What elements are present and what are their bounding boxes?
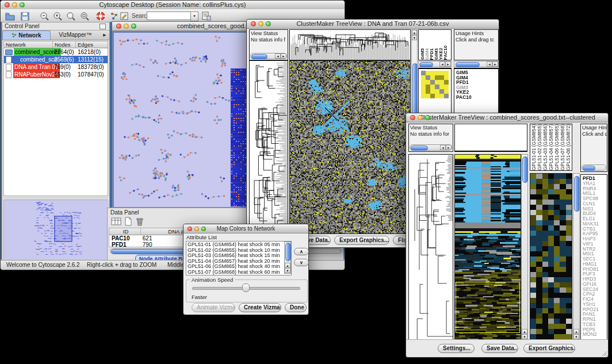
network-row[interactable]: combined_sco 2569(6) 13112(15) <box>4 56 108 63</box>
attribute-icon[interactable] <box>201 11 212 21</box>
matrix-cell[interactable] <box>435 89 439 94</box>
scroll-up-arrow[interactable]: ▲ <box>573 329 579 334</box>
scroll-right-arrow[interactable]: ► <box>445 62 451 67</box>
matrix-cell[interactable] <box>426 89 430 94</box>
main-titlebar[interactable]: Cytoscape Desktop (Session Name: collins… <box>1 1 345 10</box>
close-button[interactable] <box>5 2 10 7</box>
matrix-cell[interactable] <box>421 85 426 89</box>
scroll-thumb[interactable] <box>522 156 528 183</box>
zoom-in-icon[interactable] <box>52 11 63 21</box>
zoom-button[interactable] <box>131 24 136 29</box>
matrix-cell[interactable] <box>421 89 426 94</box>
matrix-cell[interactable] <box>430 89 435 94</box>
tv1-zoom-matrix[interactable] <box>421 71 449 98</box>
open-session-icon[interactable] <box>5 11 16 21</box>
resize-grip[interactable] <box>601 350 607 356</box>
scroll-down-arrow[interactable]: ▼ <box>522 334 527 339</box>
tv1-heatmap[interactable] <box>289 60 411 234</box>
matrix-cell[interactable] <box>430 94 435 98</box>
matrix-cell[interactable] <box>444 80 449 85</box>
scroll-right-arrow[interactable]: ► <box>446 145 452 150</box>
matrix-cell[interactable] <box>426 80 430 85</box>
matrix-cell[interactable] <box>430 85 435 89</box>
search-dropdown-arrow[interactable]: ▼ <box>190 12 198 21</box>
scroll-right-arrow[interactable]: ► <box>492 62 498 67</box>
annotation-icon[interactable] <box>120 11 129 21</box>
tv2-zoom-vscroll[interactable]: ▲ ▼ <box>573 173 580 340</box>
tv2-zoom-heatmap[interactable] <box>530 173 572 340</box>
matrix-cell[interactable] <box>439 80 444 85</box>
treeview2-titlebar[interactable]: ClusterMaker TreeView : combined_scores_… <box>406 113 608 122</box>
scroll-up-arrow[interactable]: ▲ <box>285 263 290 268</box>
network-row[interactable]: DNA and Tran 07 769(0) 183728(0) <box>4 63 108 71</box>
minimize-button[interactable] <box>258 21 263 26</box>
matrix-cell[interactable] <box>439 75 444 80</box>
scroll-left-arrow[interactable]: ◄ <box>440 145 446 150</box>
speed-slider-thumb[interactable] <box>242 283 250 292</box>
tv1-matrix-hscroll[interactable]: ◄ ► <box>418 61 452 67</box>
minimize-button[interactable] <box>194 227 199 231</box>
minimize-button[interactable] <box>418 115 423 120</box>
network-row[interactable]: RNAPuberNov2+ 563(0) 107847(0) <box>4 71 108 78</box>
matrix-cell[interactable] <box>444 94 449 98</box>
dialog-action-button[interactable]: Create Vizmap <box>239 303 281 312</box>
zoom-out-icon[interactable] <box>39 11 50 21</box>
help-ring-icon[interactable] <box>95 11 106 21</box>
move-down-button[interactable]: ∨ <box>294 259 309 266</box>
treeview1-titlebar[interactable]: ClusterMaker TreeView : DNA and Tran 07-… <box>247 20 499 29</box>
matrix-cell[interactable] <box>444 75 449 80</box>
scroll-thumb[interactable] <box>419 62 433 67</box>
matrix-cell[interactable] <box>435 71 439 75</box>
matrix-cell[interactable] <box>421 75 426 80</box>
new-attribute-icon[interactable] <box>124 217 133 226</box>
matrix-cell[interactable] <box>430 80 435 85</box>
tab-vizmapper[interactable]: VizMapper™ <box>51 30 100 40</box>
tv2-heatmap[interactable] <box>454 154 521 340</box>
close-button[interactable] <box>116 24 121 29</box>
gene-label[interactable]: MON2 <box>583 332 607 337</box>
scroll-left-arrow[interactable]: ◄ <box>439 62 445 67</box>
matrix-cell[interactable] <box>435 75 439 80</box>
scroll-thumb[interactable] <box>412 63 418 116</box>
matrix-cell[interactable] <box>435 80 439 85</box>
matrix-cell[interactable] <box>421 94 426 98</box>
tab-overflow-arrow[interactable]: ▶ <box>100 30 109 40</box>
scroll-up-arrow[interactable]: ▲ <box>522 329 527 334</box>
dialog-action-button[interactable]: Animate Vizmap <box>192 303 235 312</box>
scroll-down-arrow[interactable]: ▼ <box>285 268 290 273</box>
matrix-cell[interactable] <box>439 94 444 98</box>
matrix-cell[interactable] <box>430 71 435 75</box>
panel-splitter[interactable] <box>3 197 108 199</box>
scroll-thumb[interactable] <box>251 54 267 59</box>
close-button[interactable] <box>251 21 256 26</box>
matrix-cell[interactable] <box>439 89 444 94</box>
tv1-status-hscroll[interactable]: ◄ ► <box>250 53 287 59</box>
attribute-select-icon[interactable] <box>111 217 121 226</box>
matrix-cell[interactable] <box>439 85 444 89</box>
scroll-left-arrow[interactable]: ◄ <box>487 62 492 67</box>
treeview-action-button[interactable]: Settings... <box>438 344 475 353</box>
scroll-left-arrow[interactable]: ◄ <box>275 53 281 59</box>
tv2-vscroll[interactable]: ▲ ▼ <box>521 154 528 340</box>
matrix-cell[interactable] <box>421 71 426 75</box>
tv1-usage-hscroll[interactable]: ◄ ► <box>454 61 499 67</box>
move-up-button[interactable]: ∧ <box>294 248 309 255</box>
matrix-cell[interactable] <box>444 89 449 94</box>
matrix-cell[interactable] <box>426 71 430 75</box>
matrix-cell[interactable] <box>426 94 430 98</box>
zoom-button[interactable] <box>425 115 430 120</box>
tv1-left-dendrogram[interactable] <box>249 60 288 234</box>
zoom-actual-icon[interactable] <box>66 11 76 21</box>
tv2-left-dendrogram[interactable] <box>408 154 453 340</box>
network-row[interactable]: combined_scores 2764(0) 16218(0) <box>4 48 108 56</box>
scroll-down-arrow[interactable]: ▼ <box>412 35 417 40</box>
scroll-down-arrow[interactable]: ▼ <box>573 334 579 339</box>
tv2-usage-hscroll[interactable] <box>582 164 606 171</box>
scroll-thumb[interactable] <box>456 62 480 67</box>
minimize-button[interactable] <box>124 24 129 29</box>
zoom-selected-icon[interactable] <box>79 11 90 21</box>
matrix-cell[interactable] <box>426 85 430 89</box>
zoom-button[interactable] <box>20 2 25 7</box>
scroll-thumb[interactable] <box>285 243 291 261</box>
matrix-cell[interactable] <box>421 80 426 85</box>
